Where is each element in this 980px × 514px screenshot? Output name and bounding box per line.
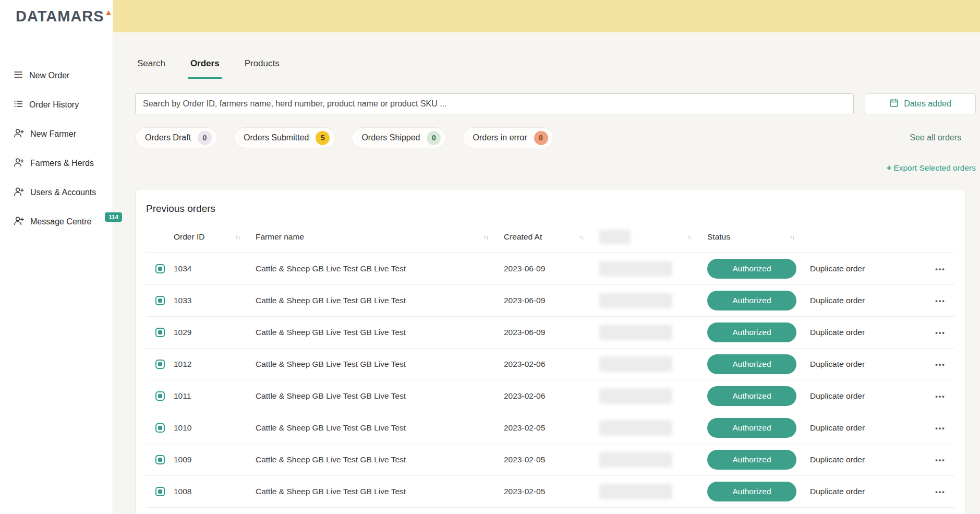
redacted-cell [599,261,672,277]
created-at-cell: 2023-02-05 [504,455,599,464]
table-row: 1029 Cattle & Sheep GB Live Test GB Live… [146,317,954,349]
menu-icon [14,70,23,81]
sidebar-item-users-accounts[interactable]: Users & Accounts [0,182,113,203]
order-id-cell: 1008 [174,487,256,496]
more-column-header [926,221,954,253]
sidebar-item-label: Order History [29,100,79,110]
tab-orders[interactable]: Orders [188,58,222,79]
status-badge: Authorized [707,259,796,279]
sidebar-nav: New Order Order History New Farmer Farme… [0,65,113,232]
sidebar-item-label: New Order [29,71,69,80]
order-id-cell: 1034 [174,264,256,273]
dates-added-button[interactable]: Dates added [865,93,976,114]
see-all-orders-link[interactable]: See all orders [910,133,965,142]
filter-orders-draft[interactable]: Orders Draft 0 [135,127,217,148]
farmer-name-cell: Cattle & Sheep GB Live Test GB Live Test [256,264,504,273]
tab-products[interactable]: Products [243,58,282,79]
filter-label: Orders Shipped [361,133,420,142]
created-at-cell: 2023-02-05 [504,487,599,496]
row-checkbox[interactable] [155,455,165,464]
table-row: 1034 Cattle & Sheep GB Live Test GB Live… [146,253,954,285]
more-actions-button[interactable]: ••• [932,421,949,435]
checkbox-check-icon [158,394,162,398]
duplicate-order-link[interactable]: Duplicate order [810,455,865,464]
filters-row: Orders Draft 0 Orders Submitted 5 Orders… [135,127,965,148]
status-badge: Authorized [707,386,796,406]
sidebar-item-message-centre[interactable]: Message Centre 114 [0,211,113,232]
status-badge: Authorized [707,450,796,470]
redacted-cell [599,484,672,499]
column-header-status: Status [707,232,730,242]
main-content: Search Orders Products Dates added Order… [135,32,976,514]
filter-orders-shipped[interactable]: Orders Shipped 0 [352,127,446,148]
sort-icon[interactable]: ↑↓ [790,234,794,240]
redacted-cell [599,452,672,468]
more-actions-button[interactable]: ••• [932,357,949,372]
order-id-cell: 1011 [174,391,256,401]
user-plus-icon [14,128,24,140]
previous-orders-card: Previous orders Order ID ↑↓ Farmer name … [135,189,965,514]
sidebar-item-farmers-herds[interactable]: Farmers & Herds [0,153,113,174]
row-checkbox[interactable] [155,264,165,273]
export-label: Export Selected orders [893,163,976,172]
filter-count-badge: 0 [198,131,212,145]
sidebar-item-label: Message Centre [30,217,91,226]
sidebar-item-order-history[interactable]: Order History [0,94,113,115]
select-column-header [146,221,174,253]
checkbox-check-icon [158,362,162,366]
table-row: 1008 Cattle & Sheep GB Live Test GB Live… [146,476,954,508]
top-bar [113,0,980,32]
sort-icon[interactable]: ↑↓ [687,234,692,240]
duplicate-order-link[interactable]: Duplicate order [810,264,865,273]
row-checkbox[interactable] [155,328,165,337]
search-row: Dates added [135,93,976,114]
column-header-created-at: Created At [504,232,542,242]
filter-orders-in-error[interactable]: Orders in error 0 [463,127,553,148]
export-selected-orders-link[interactable]: +Export Selected orders [886,163,976,172]
brand-logo-text: DATAMARS [16,8,104,25]
more-actions-button[interactable]: ••• [932,262,949,276]
duplicate-order-link[interactable]: Duplicate order [810,423,865,433]
duplicate-order-link[interactable]: Duplicate order [810,391,865,401]
filter-orders-submitted[interactable]: Orders Submitted 5 [234,127,335,148]
more-actions-button[interactable]: ••• [932,485,949,499]
row-checkbox[interactable] [155,423,165,433]
row-checkbox[interactable] [155,487,165,496]
duplicate-order-link[interactable]: Duplicate order [810,328,865,337]
more-actions-button[interactable]: ••• [932,389,949,403]
logo-triangle-icon [106,10,111,15]
order-id-cell: 1029 [174,328,256,337]
search-input[interactable] [135,93,854,114]
sidebar-item-new-order[interactable]: New Order [0,65,113,86]
duplicate-order-link[interactable]: Duplicate order [810,296,865,305]
created-at-cell: 2023-06-09 [504,296,599,305]
sort-icon[interactable]: ↑↓ [235,234,240,240]
created-at-cell: 2023-02-06 [504,360,599,369]
more-actions-button[interactable]: ••• [932,294,949,308]
filter-label: Orders in error [473,133,527,142]
order-id-cell: 1010 [174,423,256,433]
order-id-cell: 1009 [174,455,256,464]
farmer-name-cell: Cattle & Sheep GB Live Test GB Live Test [256,487,504,496]
status-badge: Authorized [707,322,796,342]
status-badge: Authorized [707,291,796,310]
sort-icon[interactable]: ↑↓ [483,234,488,240]
more-actions-button[interactable]: ••• [932,326,949,340]
sidebar-item-new-farmer[interactable]: New Farmer [0,124,113,145]
row-checkbox[interactable] [155,360,165,369]
table-row: 1011 Cattle & Sheep GB Live Test GB Live… [146,380,954,412]
duplicate-order-link[interactable]: Duplicate order [810,487,865,496]
duplicate-order-link[interactable]: Duplicate order [810,360,865,369]
filter-count-badge: 5 [316,131,330,145]
redacted-cell [599,420,672,436]
sort-icon[interactable]: ↑↓ [579,234,584,240]
more-actions-button[interactable]: ••• [932,453,949,467]
redacted-column-header [599,230,631,244]
tab-search[interactable]: Search [135,58,167,79]
row-checkbox[interactable] [155,391,165,401]
actions-column-header [810,221,926,253]
sidebar: DATAMARS New Order Order History New Far… [0,0,113,514]
sidebar-item-label: Users & Accounts [30,188,96,197]
row-checkbox[interactable] [155,296,165,305]
farmer-name-cell: Cattle & Sheep GB Live Test GB Live Test [256,360,504,369]
